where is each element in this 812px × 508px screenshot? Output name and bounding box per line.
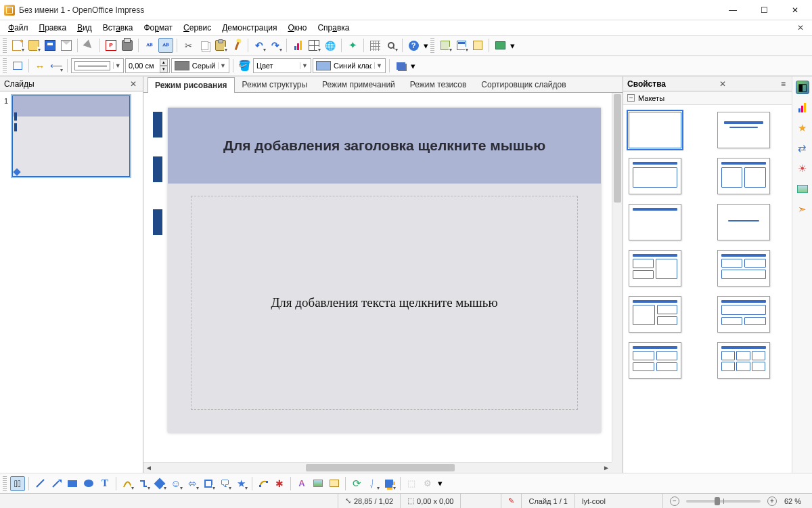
maximize-button[interactable]: ☐ [748,0,780,20]
rectangle-tool[interactable] [65,476,80,491]
grid-button[interactable] [367,38,382,53]
paste-button[interactable] [213,38,228,53]
deck-gallery-icon[interactable] [796,182,809,196]
layout-two-content[interactable] [717,158,770,194]
slide-thumbnail-1[interactable]: 1 [4,96,139,177]
edit-points-tool[interactable] [256,476,271,491]
layouts-section-header[interactable]: – Макеты [623,91,792,105]
format-paintbrush-button[interactable] [229,38,244,53]
ellipse-tool[interactable] [81,476,96,491]
slides-list[interactable]: 1 [0,91,143,473]
vertical-scrollbar[interactable] [612,93,623,462]
status-signature[interactable]: ✎ [501,494,522,508]
menu-tools[interactable]: Сервис [178,22,217,34]
layout-six-content[interactable] [717,342,770,379]
slide-page[interactable]: Для добавления заголовка щелкните мышью … [168,108,601,433]
lf-toolbar-overflow[interactable]: ▾ [409,58,416,73]
line-style-select[interactable]: ▼ [71,58,124,73]
menu-slideshow[interactable]: Демонстрация [217,22,282,34]
toolbar-handle[interactable] [3,38,7,53]
zoom-slider[interactable] [686,500,761,503]
layout-title-only[interactable] [629,204,681,240]
scroll-left[interactable]: ◄ [143,463,154,473]
layout-blank[interactable] [629,112,681,148]
text-tool[interactable]: T [97,476,112,491]
spin-up[interactable]: ▴ [160,59,168,66]
hyperlink-button[interactable]: 🌐 [323,38,338,53]
rotate-tool[interactable]: ⟳ [349,476,364,491]
toolbar-handle[interactable] [3,476,7,491]
table-button[interactable] [307,38,321,53]
zoom-button[interactable] [384,38,399,53]
glue-points-tool[interactable]: ✱ [272,476,287,491]
save-button[interactable] [43,38,58,53]
menu-edit[interactable]: Правка [34,22,72,34]
layout-four-content[interactable] [629,342,681,379]
from-file-tool[interactable] [311,476,325,491]
copy-button[interactable] [197,38,212,53]
email-button[interactable] [59,38,74,53]
cut-button[interactable]: ✂ [181,38,196,53]
undo-button[interactable]: ↶ [252,38,267,53]
deck-navigator-icon[interactable]: ➣ [796,203,809,216]
curve-tool[interactable] [120,476,135,491]
layout-t-2boxes-left[interactable] [629,250,681,287]
status-insert-mode[interactable] [461,494,501,508]
block-arrows-tool[interactable]: ⬄ [185,476,200,491]
show-draw-functions-button[interactable] [10,58,25,73]
shadow-button[interactable] [393,58,408,73]
tab-notes[interactable]: Режим примечаний [315,77,403,92]
insert-slide-button[interactable] [438,38,453,53]
zoom-in-button[interactable]: + [767,496,777,506]
toolbar-handle[interactable] [3,58,7,73]
tab-drawing[interactable]: Режим рисования [148,77,235,93]
line-endings-button[interactable]: ⟵ [49,58,64,73]
fontwork-tool[interactable]: A [294,476,309,491]
scroll-right[interactable]: ► [601,463,612,473]
zoom-value[interactable]: 62 % [780,497,805,505]
horizontal-scrollbar[interactable]: ◄ ► [143,462,612,473]
align-tool[interactable]: ⎷ [365,476,380,491]
arrow-style-button[interactable]: ↔ [32,58,47,73]
menu-file[interactable]: Файл [3,22,34,34]
line-tool[interactable] [32,476,47,491]
navigator-button[interactable]: ✦ [345,38,360,53]
line-color-select[interactable]: Серый▼ [171,58,229,73]
layout-centered-text[interactable] [717,204,770,240]
connector-tool[interactable] [136,476,151,491]
line-width-input[interactable]: 0,00 см ▴▾ [125,58,170,73]
area-fill-button[interactable]: 🪣 [237,58,252,73]
layout-title[interactable] [717,112,770,148]
edit-file-button[interactable] [81,38,96,53]
slide-title-placeholder[interactable]: Для добавления заголовка щелкните мышью [168,108,601,184]
tab-handout[interactable]: Режим тезисов [403,77,474,92]
task-pane-menu[interactable]: ≡ [779,79,788,89]
basic-shapes-tool[interactable] [152,476,167,491]
spin-down[interactable]: ▾ [160,66,168,72]
redo-button[interactable]: ↷ [268,38,283,53]
deck-properties-icon[interactable]: ◧ [796,81,809,94]
deck-transition-icon[interactable]: ⇄ [796,142,809,155]
tab-outline[interactable]: Режим структуры [235,77,315,92]
extrusion-tool[interactable]: ⬚ [404,476,419,491]
tab-sorter[interactable]: Сортировщик слайдов [474,77,573,92]
zoom-out-button[interactable]: − [670,496,679,506]
stars-tool[interactable]: ★ [233,476,248,491]
menu-insert[interactable]: Вставка [97,22,139,34]
slides-panel-close[interactable]: ✕ [128,79,139,89]
print-button[interactable] [120,38,135,53]
toolbar-handle-2[interactable] [430,38,434,53]
fill-color-select[interactable]: Синий классический▼ [313,58,386,73]
menu-format[interactable]: Формат [138,22,178,34]
close-document-button[interactable]: ✕ [792,22,809,34]
interaction-tool[interactable]: ⚙ [420,476,435,491]
layout-t-2boxes-top[interactable] [717,250,770,287]
symbol-shapes-tool[interactable]: ☺ [168,476,183,491]
deck-styles-icon[interactable]: ☀ [796,162,809,175]
task-pane-close[interactable]: ✕ [717,79,728,89]
select-tool[interactable]: ▭⃕ [10,476,25,491]
status-template[interactable]: lyt-cool [575,494,663,508]
gallery-tool[interactable] [327,476,342,491]
layout-t-2boxes-right[interactable] [629,296,681,333]
arrow-tool[interactable] [49,476,64,491]
